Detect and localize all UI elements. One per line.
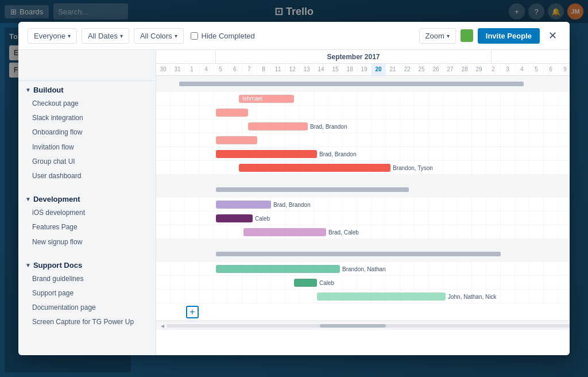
task-item[interactable]: New signup flow bbox=[18, 235, 156, 249]
gantt-row: Brandon, Nathan bbox=[156, 262, 570, 276]
gantt-row: Ishmael bbox=[156, 92, 570, 106]
gantt-bar[interactable] bbox=[216, 109, 248, 117]
task-item[interactable]: Documentation page bbox=[18, 301, 156, 315]
gantt-bar[interactable] bbox=[216, 265, 340, 273]
collapse-icon: ▼ bbox=[25, 196, 31, 202]
gantt-scrollbar[interactable]: ◂ ▸ bbox=[156, 321, 570, 330]
group-name: Buildout bbox=[33, 86, 64, 94]
group-header-buildout[interactable]: ▼ Buildout bbox=[18, 81, 156, 97]
task-item[interactable]: Support page bbox=[18, 286, 156, 301]
gantt-modal: Everyone ▾ All Dates ▾ All Colors ▾ Hide… bbox=[18, 22, 570, 355]
bar-outside-label: Brad, Brandon bbox=[319, 151, 357, 157]
scrollbar-track[interactable] bbox=[167, 324, 570, 328]
all-colors-filter[interactable]: All Colors ▾ bbox=[134, 28, 184, 44]
close-button[interactable]: ✕ bbox=[544, 28, 560, 44]
gantt-bar[interactable] bbox=[317, 293, 446, 301]
task-item[interactable]: Invitation flow bbox=[18, 140, 156, 155]
gantt-row: Brad, Brandon bbox=[156, 120, 570, 133]
bar-outside-label: Brandon, Tyson bbox=[393, 164, 433, 171]
gantt-bar[interactable] bbox=[248, 122, 308, 130]
gantt-bar[interactable] bbox=[294, 279, 317, 287]
task-item[interactable]: User dashboard bbox=[18, 169, 156, 183]
day-cell: 1 bbox=[185, 64, 199, 75]
scroll-left-arrow[interactable]: ◂ bbox=[158, 322, 167, 330]
gantt-row: Brandon, Tyson bbox=[156, 161, 570, 175]
grid-lines bbox=[156, 120, 570, 133]
gantt-row bbox=[156, 106, 570, 120]
gantt-row bbox=[156, 175, 570, 182]
chevron-down-icon: ▾ bbox=[120, 33, 123, 39]
hide-completed-checkbox[interactable] bbox=[191, 32, 198, 40]
color-square[interactable] bbox=[461, 29, 473, 42]
gantt-chart[interactable]: September 2017 3031145678111213141518192… bbox=[156, 50, 570, 355]
day-cell: 3 bbox=[501, 64, 515, 75]
zoom-control[interactable]: Zoom ▾ bbox=[419, 28, 456, 44]
everyone-filter[interactable]: Everyone ▾ bbox=[28, 28, 77, 44]
gantt-bar[interactable] bbox=[179, 82, 524, 86]
day-cell: 5 bbox=[529, 64, 544, 75]
gantt-bar[interactable] bbox=[216, 187, 409, 192]
gantt-row: Brad, Caleb bbox=[156, 225, 570, 239]
gantt-bar[interactable] bbox=[216, 214, 253, 222]
gantt-row: Brad, Brandon bbox=[156, 147, 570, 161]
modal-overlay: Everyone ▾ All Dates ▾ All Colors ▾ Hide… bbox=[0, 0, 588, 377]
gantt-row bbox=[156, 76, 570, 92]
bar-outside-label: Brad, Brandon bbox=[310, 123, 347, 129]
gantt-bar[interactable] bbox=[216, 201, 271, 209]
group-header-support[interactable]: ▼ Support Docs bbox=[18, 256, 156, 272]
bar-outside-label: Brad, Caleb bbox=[328, 229, 359, 235]
group-header-development[interactable]: ▼ Development bbox=[18, 190, 156, 206]
gantt-bar[interactable]: Ishmael bbox=[239, 95, 294, 103]
gantt-row: Caleb bbox=[156, 276, 570, 290]
days-row: 3031145678111213141518192021222526272829… bbox=[156, 64, 570, 75]
day-cell: 2 bbox=[486, 64, 501, 75]
day-cell: 30 bbox=[156, 64, 171, 75]
day-cell: 4 bbox=[515, 64, 529, 75]
month-september: September 2017 bbox=[322, 53, 384, 61]
all-dates-label: All Dates bbox=[88, 32, 118, 40]
day-cell: 31 bbox=[171, 64, 185, 75]
task-item[interactable]: Brand guidelines bbox=[18, 272, 156, 286]
day-cell: 20 bbox=[372, 64, 386, 75]
modal-toolbar: Everyone ▾ All Dates ▾ All Colors ▾ Hide… bbox=[18, 22, 570, 50]
gantt-bar[interactable] bbox=[239, 164, 390, 172]
all-dates-filter[interactable]: All Dates ▾ bbox=[82, 28, 129, 44]
scrollbar-thumb[interactable] bbox=[320, 324, 386, 328]
task-item[interactable]: Features Page bbox=[18, 220, 156, 234]
chevron-down-icon: ▾ bbox=[68, 33, 71, 39]
day-cell: 6 bbox=[544, 64, 558, 75]
gantt-row bbox=[156, 246, 570, 262]
task-item[interactable]: Onboarding flow bbox=[18, 125, 156, 140]
gantt-row: John, Nathan, Nick bbox=[156, 290, 570, 303]
grid-lines bbox=[156, 276, 570, 289]
day-cell: 25 bbox=[415, 64, 429, 75]
gantt-bar[interactable] bbox=[216, 150, 317, 158]
task-item[interactable]: Slack integration bbox=[18, 111, 156, 125]
add-card-button[interactable]: + bbox=[186, 306, 199, 318]
gantt-row bbox=[156, 133, 570, 147]
gantt-bar[interactable] bbox=[216, 252, 501, 256]
day-cell: 28 bbox=[458, 64, 472, 75]
day-cell: 18 bbox=[343, 64, 357, 75]
gantt-row: Caleb bbox=[156, 211, 570, 225]
invite-people-button[interactable]: Invite People bbox=[478, 28, 540, 44]
grid-lines bbox=[156, 92, 570, 105]
gantt-bar[interactable] bbox=[216, 136, 257, 144]
task-item[interactable]: Group chat UI bbox=[18, 155, 156, 169]
task-item[interactable]: Checkout page bbox=[18, 97, 156, 111]
grid-lines bbox=[156, 225, 570, 238]
bar-outside-label: Caleb bbox=[255, 215, 270, 221]
bar-outside-label: Brad, Brandon bbox=[273, 201, 311, 207]
group-name: Development bbox=[33, 195, 80, 203]
task-item[interactable]: Screen Capture for TG Power Up bbox=[18, 315, 156, 329]
zoom-label: Zoom bbox=[425, 32, 444, 40]
gantt-row: + bbox=[156, 303, 570, 321]
month-row: September 2017 bbox=[156, 50, 570, 64]
all-colors-label: All Colors bbox=[140, 32, 172, 40]
chevron-down-icon: ▾ bbox=[175, 33, 177, 39]
day-cell: 21 bbox=[386, 64, 400, 75]
task-item[interactable]: iOS development bbox=[18, 206, 156, 220]
hide-completed-toggle[interactable]: Hide Completed bbox=[191, 32, 255, 40]
gantt-bar[interactable] bbox=[243, 228, 326, 236]
bar-inside-label: Ishmael bbox=[242, 95, 262, 102]
